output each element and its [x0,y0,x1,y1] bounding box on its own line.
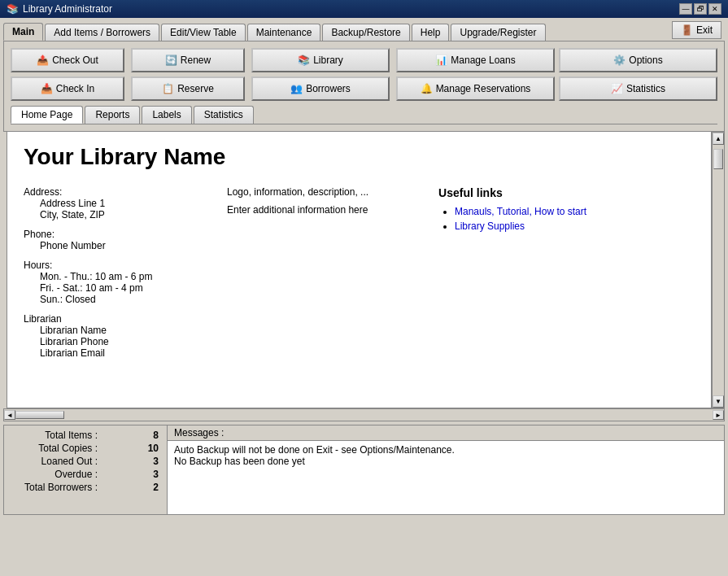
close-button[interactable]: ✕ [708,3,721,15]
manage-reservations-label: Manage Reservations [436,83,531,94]
tab-main[interactable]: Main [3,23,43,41]
restore-button[interactable]: 🗗 [694,3,707,15]
checkout-label: Check Out [52,55,98,66]
manage-reservations-icon: 🔔 [421,83,433,94]
stat-overdue-value: 3 [142,469,159,480]
scroll-left-arrow[interactable]: ◄ [4,410,15,420]
stat-loaned-out-value: 3 [142,456,159,467]
useful-links-heading: Useful links [438,186,695,199]
options-button[interactable]: ⚙️ Options [559,48,717,72]
horizontal-scrollbar[interactable]: ◄ ► [3,408,725,421]
tab-help[interactable]: Help [412,24,450,41]
info-center: Logo, information, description, ... Ente… [227,186,414,367]
scroll-down-arrow[interactable]: ▼ [713,395,724,408]
menu-tabs: Main Add Items / Borrowers Edit/View Tab… [0,20,728,41]
tab-add-items[interactable]: Add Items / Borrowers [45,24,159,41]
address-section: Address: Address Line 1 City, State, ZIP [24,186,203,220]
titlebar-controls: — 🗗 ✕ [679,3,721,15]
main-area: 📤 Check Out 📥 Check In 🔄 Renew 📋 Reserve [3,41,725,132]
manage-loans-button[interactable]: 📊 Manage Loans [396,48,555,72]
center-left-buttons: 🔄 Renew 📋 Reserve [131,48,245,101]
stat-loaned-out-label: Loaned Out : [12,456,102,467]
statistics-label: Statistics [626,83,665,94]
links-list: Manauls, Tutorial, How to start Library … [438,206,695,232]
library-name-heading: Your Library Name [24,144,695,170]
stat-loaned-out: Loaned Out : 3 [12,456,159,467]
exit-button[interactable]: 🚪 Exit [672,21,721,39]
minimize-button[interactable]: — [679,3,692,15]
list-item: Library Supplies [455,220,695,232]
titlebar: 📚 Library Administrator — 🗗 ✕ [0,0,728,18]
tab-edit-view[interactable]: Edit/View Table [161,24,246,41]
messages-header: Messages : [168,425,724,441]
vertical-scrollbar[interactable]: ▲ ▼ [712,132,725,408]
scroll-right-arrow[interactable]: ► [713,410,724,420]
list-item: Manauls, Tutorial, How to start [455,206,695,217]
librarian-email: Librarian Email [24,347,105,359]
subtab-home[interactable]: Home Page [11,106,83,124]
message-line-1: Auto Backup will not be done on Exit - s… [174,444,717,456]
stat-total-items: Total Items : 8 [12,430,159,441]
subtab-labels[interactable]: Labels [142,106,191,124]
hours-label: Hours: [24,260,52,271]
manage-reservations-button[interactable]: 🔔 Manage Reservations [396,76,555,101]
tab-upgrade[interactable]: Upgrade/Register [451,24,545,41]
stat-total-items-value: 8 [142,430,159,441]
logo-subtext: Enter additional information here [227,204,414,216]
scroll-up-arrow[interactable]: ▲ [713,133,724,145]
exit-icon: 🚪 [681,24,693,36]
stat-total-copies: Total Copies : 10 [12,443,159,454]
renew-button[interactable]: 🔄 Renew [131,48,245,72]
tab-maintenance[interactable]: Maintenance [247,24,321,41]
hours-1: Mon. - Thu.: 10 am - 6 pm [24,271,153,282]
phone-section: Phone: Phone Number [24,229,203,251]
reserve-icon: 📋 [162,83,174,94]
subtab-reports[interactable]: Reports [85,106,140,124]
subtab-statistics[interactable]: Statistics [194,106,254,124]
hours-section: Hours: Mon. - Thu.: 10 am - 6 pm Fri. - … [24,260,203,305]
stat-total-borrowers-label: Total Borrowers : [12,482,102,493]
exit-label: Exit [696,24,713,36]
link-supplies[interactable]: Library Supplies [455,220,525,232]
button-layout: 📤 Check Out 📥 Check In 🔄 Renew 📋 Reserve [11,48,717,101]
address-line2: City, State, ZIP [24,209,105,220]
stat-total-copies-label: Total Copies : [12,443,102,454]
phone-label: Phone: [24,229,54,240]
borrowers-label: Borrowers [306,83,351,94]
sub-tabs: Home Page Reports Labels Statistics [11,106,717,124]
stat-total-borrowers-value: 2 [142,482,159,493]
borrowers-icon: 👥 [290,83,303,94]
hscroll-track[interactable] [15,410,713,420]
address-label: Address: [24,186,62,198]
library-button[interactable]: 📚 Library [251,48,390,72]
librarian-phone: Librarian Phone [24,336,109,347]
link-manuals[interactable]: Manauls, Tutorial, How to start [455,206,586,217]
tab-backup[interactable]: Backup/Restore [322,24,409,41]
statistics-button[interactable]: 📈 Statistics [559,76,717,101]
checkin-button[interactable]: 📥 Check In [11,76,124,101]
options-label: Options [629,55,662,66]
center-buttons: 📚 Library 👥 Borrowers [251,48,390,101]
stat-overdue-label: Overdue : [12,469,102,480]
manage-loans-label: Manage Loans [451,55,515,66]
stat-total-copies-value: 10 [142,443,159,454]
address-line1: Address Line 1 [24,198,105,209]
statistics-icon: 📈 [611,83,623,94]
checkout-button[interactable]: 📤 Check Out [11,48,124,72]
titlebar-left: 📚 Library Administrator [7,3,112,15]
checkin-icon: 📥 [41,83,53,94]
reserve-button[interactable]: 📋 Reserve [131,76,245,101]
renew-icon: 🔄 [165,55,177,66]
manage-loans-icon: 📊 [435,55,447,66]
reserve-label: Reserve [177,83,214,94]
left-buttons: 📤 Check Out 📥 Check In [11,48,124,101]
scroll-track[interactable] [713,145,724,395]
borrowers-button[interactable]: 👥 Borrowers [251,76,390,101]
hscroll-thumb[interactable] [15,411,64,419]
library-icon: 📚 [298,55,310,66]
useful-links: Useful links Manauls, Tutorial, How to s… [438,186,695,367]
scroll-thumb[interactable] [713,149,723,169]
hours-3: Sun.: Closed [24,294,96,305]
content-area: Your Library Name Address: Address Line … [7,132,712,408]
messages-content: Auto Backup will not be done on Exit - s… [168,441,724,514]
